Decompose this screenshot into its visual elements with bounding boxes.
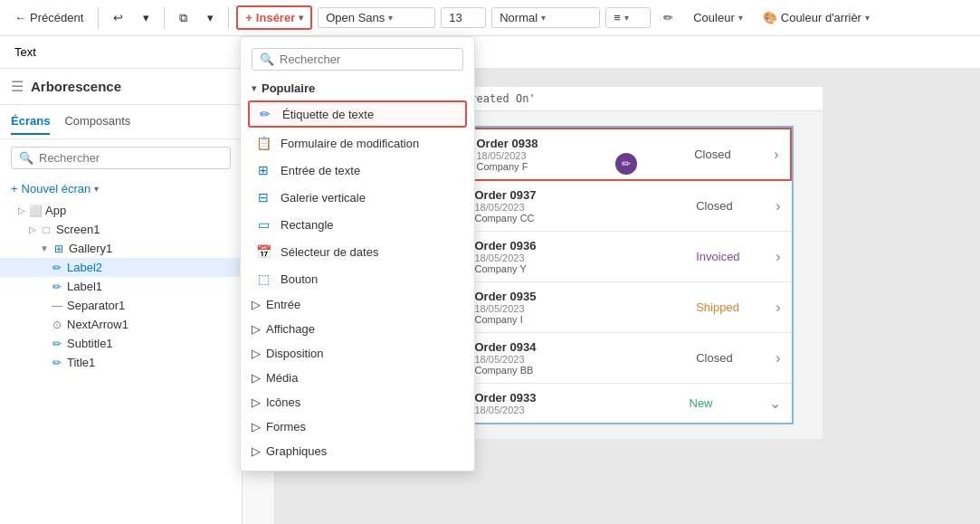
plus-icon: +	[245, 11, 252, 24]
new-screen-chevron: ▾	[94, 184, 99, 194]
tree-item-gallery1[interactable]: ▼ ⊞ Gallery1	[0, 239, 242, 258]
style-select[interactable]: Normal ▾	[491, 7, 600, 28]
screen-icon: □	[40, 224, 52, 236]
date-picker-text: Sélecteur de dates	[281, 245, 378, 259]
sidebar-search-icon: 🔍	[19, 151, 33, 165]
gallery-item-arrow-0937: ›	[775, 198, 780, 214]
insert-chevron: ▾	[299, 13, 303, 23]
dropdown-search-input[interactable]	[280, 52, 455, 66]
font-select[interactable]: Open Sans ▾	[318, 7, 435, 28]
section-graphiques[interactable]: ▷ Graphiques	[241, 439, 474, 463]
rectangle-icon: ▭	[255, 217, 271, 232]
section-formes-label: Formes	[266, 420, 306, 433]
section-media[interactable]: ▷ Média	[241, 366, 474, 390]
gallery-item-status-0938: Closed	[694, 148, 766, 161]
tree-item-subtitle1[interactable]: ✏ Subtitle1	[0, 334, 242, 353]
tab-components[interactable]: Composants	[64, 109, 130, 135]
gallery-item-0935[interactable]: Order 0935 18/05/2023 Company I Shipped …	[464, 282, 792, 333]
tree-item-label2[interactable]: ✏ Label2	[0, 258, 242, 277]
section-popular-label: Populaire	[262, 81, 315, 95]
gallery-item-left-0936: Order 0936 18/05/2023 Company Y	[475, 239, 697, 274]
section-entree[interactable]: ▷ Entrée	[241, 292, 474, 317]
breadcrumb-text: Text	[14, 45, 36, 59]
gallery-item-0936[interactable]: Order 0936 18/05/2023 Company Y Invoiced…	[464, 232, 792, 282]
dropdown-item-rectangle[interactable]: ▭ Rectangle	[241, 211, 474, 238]
gallery-item-0937[interactable]: Order 0937 18/05/2023 Company CC Closed …	[464, 181, 792, 232]
app-icon: ⬜	[29, 205, 42, 217]
back-color-button[interactable]: 🎨 Couleur d'arrièr ▾	[756, 7, 877, 28]
dropdown-item-text-label[interactable]: ✏ Étiquette de texte	[248, 100, 467, 128]
sidebar-search-input[interactable]	[39, 151, 223, 165]
sidebar-tabs: Écrans Composants	[0, 105, 242, 139]
gallery-item-company-0935: Company I	[475, 314, 697, 325]
align-chevron: ▾	[624, 13, 629, 23]
selected-indicator: ✏	[615, 153, 637, 175]
hamburger-icon: ☰	[11, 78, 24, 95]
divider-1	[98, 7, 99, 29]
copy-button[interactable]: ⧉	[172, 7, 195, 29]
color-chevron: ▾	[738, 13, 743, 23]
dropdown-item-text-input[interactable]: ⊞ Entrée de texte	[241, 157, 474, 184]
tree-item-label1[interactable]: ✏ Label1	[0, 277, 242, 296]
dropdown-item-edit-form[interactable]: 📋 Formulaire de modification	[241, 129, 474, 157]
undo-button[interactable]: ↩	[106, 7, 130, 28]
divider-2	[164, 7, 165, 29]
color-button[interactable]: Couleur ▾	[686, 7, 750, 28]
section-formes-chevron: ▷	[252, 420, 261, 433]
section-icones[interactable]: ▷ Icônes	[241, 390, 474, 414]
tree-item-screen1[interactable]: ▷ □ Screen1	[0, 220, 242, 239]
size-label: 13	[449, 11, 461, 24]
style-label: Normal	[500, 11, 538, 24]
dropdown-item-button[interactable]: ⬚ Bouton	[241, 265, 474, 292]
gallery-item-left-0937: Order 0937 18/05/2023 Company CC	[475, 188, 697, 224]
edit-form-text: Formulaire de modification	[281, 137, 419, 150]
gallery-item-title-0935: Order 0935	[475, 290, 697, 303]
back-button[interactable]: ← Précédent	[7, 7, 90, 28]
sidebar-header: ☰ Arborescence	[0, 69, 242, 105]
tree-items: ▷ ⬜ App ▷ □ Screen1 ▼ ⊞ Gallery1 ✏ Label…	[0, 201, 242, 524]
gallery-item-date-0937: 18/05/2023	[475, 202, 697, 213]
gallery-item-company-0934: Company BB	[475, 365, 697, 376]
tree-chevron-app: ▷	[18, 205, 25, 215]
label1-type-icon: ✏	[51, 281, 63, 293]
dropdown-item-vertical-gallery[interactable]: ⊟ Galerie verticale	[241, 184, 474, 211]
section-formes[interactable]: ▷ Formes	[241, 414, 474, 439]
section-icones-chevron: ▷	[252, 395, 261, 409]
gallery-item-0934[interactable]: Order 0934 18/05/2023 Company BB Closed …	[464, 333, 792, 384]
tree-chevron-screen1: ▷	[29, 224, 36, 234]
label2-type-icon: ✏	[51, 262, 63, 274]
gallery-item-status-0935: Shipped	[696, 300, 768, 314]
new-screen-plus-icon: +	[11, 182, 18, 195]
chevron-down-icon-2: ▾	[207, 11, 214, 24]
copy-icon: ⧉	[179, 11, 187, 25]
back-color-chevron: ▾	[865, 13, 870, 23]
align-select[interactable]: ≡ ▾	[605, 7, 651, 28]
insert-label: Insérer	[256, 11, 295, 24]
section-entree-label: Entrée	[266, 298, 300, 311]
copy-dropdown[interactable]: ▾	[200, 7, 221, 28]
breadcrumb-bar: Text	[0, 36, 980, 69]
gallery-item-0933[interactable]: Order 0933 18/05/2023 New ⌄	[464, 384, 792, 423]
date-picker-icon: 📅	[255, 244, 271, 259]
insert-button[interactable]: + Insérer ▾	[236, 5, 312, 30]
tab-screens[interactable]: Écrans	[11, 109, 50, 135]
color-label: Couleur	[693, 11, 735, 24]
button-icon: ⬚	[255, 272, 271, 286]
undo-dropdown[interactable]: ▾	[136, 7, 157, 28]
edit-icon[interactable]: ✏	[656, 7, 680, 28]
gallery-item-left-0935: Order 0935 18/05/2023 Company I	[475, 290, 697, 325]
dropdown-item-date-picker[interactable]: 📅 Sélecteur de dates	[241, 238, 474, 265]
gallery-item-date-0936: 18/05/2023	[475, 252, 697, 263]
insert-dropdown-menu: 🔍 ▾ Populaire ✏ Étiquette de texte 📋 For…	[240, 36, 475, 472]
size-select[interactable]: 13	[441, 7, 486, 28]
tree-item-separator1[interactable]: — Separator1	[0, 296, 242, 315]
section-disposition[interactable]: ▷ Disposition	[241, 341, 474, 366]
new-screen-action[interactable]: + Nouvel écran ▾	[0, 176, 242, 201]
tree-item-app[interactable]: ▷ ⬜ App	[0, 201, 242, 220]
section-entree-chevron: ▷	[252, 298, 261, 311]
tree-item-title1[interactable]: ✏ Title1	[0, 353, 242, 372]
tree-item-nextarrow1[interactable]: ⊙ NextArrow1	[0, 315, 242, 334]
tree-label-gallery1: Gallery1	[69, 242, 112, 255]
section-affichage[interactable]: ▷ Affichage	[241, 317, 474, 341]
gallery-item-company-0938: Company F	[477, 161, 695, 172]
